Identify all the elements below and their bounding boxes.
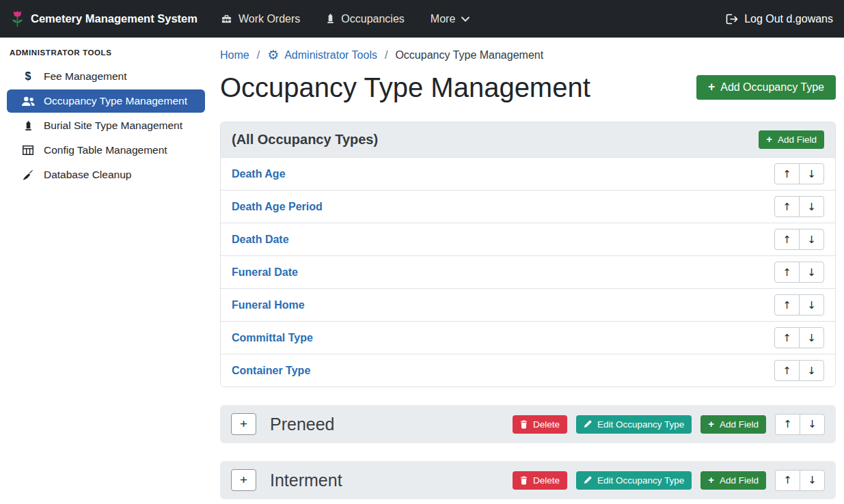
occupancy-type-section-preneed: + Preneed Delete — [220, 405, 836, 443]
sidebar-item-config-table-management[interactable]: Config Table Management — [7, 139, 205, 162]
edit-occupancy-type-button[interactable]: Edit Occupancy Type — [576, 415, 692, 434]
monument-icon — [326, 14, 335, 24]
section-title: Preneed — [270, 415, 335, 434]
breadcrumb-separator: / — [257, 49, 260, 61]
plus-icon: + — [766, 135, 772, 145]
logout-label: Log Out d.gowans — [744, 13, 833, 25]
arrow-down-icon: ↓ — [807, 266, 816, 279]
arrow-up-icon: ↑ — [782, 365, 791, 377]
field-row: Funeral Home ↑ ↓ — [221, 289, 835, 322]
add-field-button[interactable]: + Add Field — [700, 471, 766, 490]
reorder-group: ↑ ↓ — [775, 414, 825, 435]
breadcrumb-current: Occupancy Type Management — [395, 49, 543, 61]
title-row: Occupancy Type Management + Add Occupanc… — [220, 71, 836, 104]
arrow-up-icon: ↑ — [782, 201, 791, 213]
add-field-button[interactable]: + Add Field — [700, 415, 766, 434]
expand-button[interactable]: + — [231, 469, 256, 491]
arrow-down-icon: ↓ — [807, 299, 816, 311]
nav-work-orders[interactable]: Work Orders — [221, 13, 300, 25]
move-down-button[interactable]: ↓ — [799, 294, 824, 316]
move-down-button[interactable]: ↓ — [800, 414, 825, 435]
page-title: Occupancy Type Management — [220, 71, 590, 104]
nav-links: Work Orders Occupancies More — [221, 13, 469, 25]
sidebar-item-database-cleanup[interactable]: Database Cleanup — [7, 163, 205, 186]
sidebar: Administrator Tools $ Fee Management Occ… — [0, 38, 212, 504]
field-link-funeral-date[interactable]: Funeral Date — [232, 266, 298, 279]
broom-icon — [21, 169, 36, 180]
arrow-up-icon: ↑ — [783, 474, 792, 486]
move-up-button[interactable]: ↑ — [775, 470, 800, 491]
delete-button[interactable]: Delete — [513, 415, 567, 434]
field-link-death-age[interactable]: Death Age — [232, 168, 286, 180]
all-occupancy-types-header: (All Occupancy Types) + Add Field — [221, 122, 835, 158]
reorder-group: ↑ ↓ — [774, 294, 824, 316]
field-link-death-age-period[interactable]: Death Age Period — [232, 201, 323, 213]
move-up-button[interactable]: ↑ — [774, 327, 800, 348]
move-up-button[interactable]: ↑ — [774, 262, 800, 283]
arrow-down-icon: ↓ — [808, 418, 817, 430]
add-occupancy-type-button[interactable]: + Add Occupancy Type — [696, 75, 836, 100]
chevron-down-icon — [461, 16, 469, 22]
edit-occupancy-type-label: Edit Occupancy Type — [597, 419, 684, 430]
arrow-up-icon: ↑ — [782, 299, 791, 311]
add-field-button[interactable]: + Add Field — [759, 130, 824, 149]
move-up-button[interactable]: ↑ — [774, 294, 800, 316]
reorder-group: ↑ ↓ — [774, 360, 824, 381]
occupancy-type-section-interment: + Interment Delete — [220, 461, 836, 499]
breadcrumb-admin-tools-label: Administrator Tools — [284, 49, 377, 61]
field-link-committal-type[interactable]: Committal Type — [232, 332, 313, 344]
tulip-logo-icon — [11, 10, 24, 29]
breadcrumb-home[interactable]: Home — [220, 49, 249, 61]
field-link-death-date[interactable]: Death Date — [232, 234, 289, 246]
move-up-button[interactable]: ↑ — [775, 414, 800, 435]
app-brand[interactable]: Cemetery Management System — [11, 10, 198, 29]
field-row: Container Type ↑ ↓ — [221, 354, 835, 387]
move-down-button[interactable]: ↓ — [799, 327, 824, 348]
field-row: Funeral Date ↑ ↓ — [221, 256, 835, 289]
field-row: Committal Type ↑ ↓ — [221, 322, 835, 354]
move-down-button[interactable]: ↓ — [799, 229, 824, 250]
plus-icon: + — [240, 417, 247, 432]
logout-button[interactable]: Log Out d.gowans — [726, 13, 833, 25]
arrow-down-icon: ↓ — [807, 332, 816, 344]
add-field-label: Add Field — [778, 135, 817, 145]
nav-occupancies[interactable]: Occupancies — [326, 13, 405, 25]
move-down-button[interactable]: ↓ — [800, 470, 825, 491]
all-occupancy-types-title: (All Occupancy Types) — [232, 132, 378, 148]
sidebar-item-burial-site-type-management[interactable]: Burial Site Type Management — [7, 114, 205, 137]
nav-work-orders-label: Work Orders — [239, 13, 300, 25]
field-row: Death Date ↑ ↓ — [221, 223, 835, 256]
sidebar-item-label: Burial Site Type Management — [44, 120, 182, 132]
delete-label: Delete — [533, 475, 560, 486]
pencil-icon — [584, 420, 592, 428]
field-link-container-type[interactable]: Container Type — [232, 365, 310, 377]
sidebar-item-occupancy-type-management[interactable]: Occupancy Type Management — [7, 89, 205, 113]
expand-button[interactable]: + — [231, 413, 256, 435]
section-actions: Delete Edit Occupancy Type + Add Field ↑ — [513, 414, 825, 435]
breadcrumb-admin-tools[interactable]: ⚙ Administrator Tools — [267, 48, 377, 61]
nav-more[interactable]: More — [431, 13, 469, 25]
sidebar-heading: Administrator Tools — [0, 44, 212, 64]
edit-occupancy-type-label: Edit Occupancy Type — [597, 475, 684, 486]
move-up-button[interactable]: ↑ — [774, 163, 800, 184]
move-up-button[interactable]: ↑ — [774, 229, 800, 250]
move-up-button[interactable]: ↑ — [774, 196, 800, 217]
plus-icon: + — [240, 473, 247, 488]
delete-button[interactable]: Delete — [513, 471, 567, 490]
all-occupancy-types-card: (All Occupancy Types) + Add Field Death … — [220, 122, 836, 387]
add-field-label: Add Field — [720, 475, 759, 486]
reorder-group: ↑ ↓ — [774, 196, 824, 217]
move-down-button[interactable]: ↓ — [799, 196, 824, 217]
move-up-button[interactable]: ↑ — [774, 360, 800, 381]
arrow-up-icon: ↑ — [783, 418, 792, 430]
move-down-button[interactable]: ↓ — [799, 360, 824, 381]
field-link-funeral-home[interactable]: Funeral Home — [232, 299, 305, 311]
nav-more-label: More — [431, 13, 455, 25]
trash-icon — [520, 420, 528, 429]
move-down-button[interactable]: ↓ — [799, 262, 824, 283]
delete-label: Delete — [533, 419, 560, 430]
move-down-button[interactable]: ↓ — [799, 163, 824, 184]
sidebar-item-fee-management[interactable]: $ Fee Management — [7, 65, 205, 88]
nav-occupancies-label: Occupancies — [341, 13, 405, 25]
edit-occupancy-type-button[interactable]: Edit Occupancy Type — [576, 471, 692, 490]
